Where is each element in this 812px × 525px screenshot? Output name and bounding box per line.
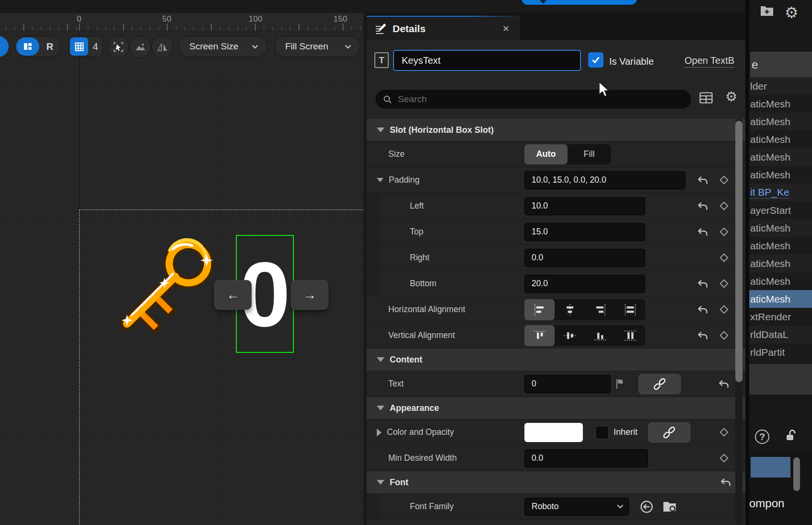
key-image-widget[interactable] — [113, 204, 237, 348]
details-tab[interactable]: Details ✕ — [367, 16, 520, 40]
reset-text-button[interactable] — [713, 371, 735, 397]
unlocked-padlock-icon[interactable] — [784, 428, 799, 443]
bind-diamond-icon[interactable] — [719, 175, 728, 184]
respect-locks-button[interactable]: R — [39, 41, 60, 52]
select-tool-button[interactable] — [107, 36, 129, 58]
valign-fill-button[interactable] — [615, 325, 645, 346]
grid-snap-button[interactable] — [70, 37, 88, 56]
valign-top-button[interactable] — [524, 325, 555, 346]
appearance-section-header[interactable]: Appearance — [367, 397, 745, 420]
bind-diamond-icon[interactable] — [719, 253, 728, 262]
designer-canvas[interactable]: 0 50 100 150 R — [0, 13, 363, 525]
halign-fill-button[interactable] — [615, 299, 645, 320]
fill-screen-dropdown[interactable]: Fill Screen — [274, 36, 360, 57]
reset-padding-button[interactable] — [693, 167, 713, 193]
color-bind-button[interactable] — [648, 422, 690, 443]
grid-snap-group: 4 — [69, 36, 103, 57]
size-auto-button[interactable]: Auto — [524, 144, 568, 164]
outliner-row[interactable]: rldPartit — [749, 343, 812, 361]
preview-background-button[interactable] — [129, 36, 151, 58]
components-scrollbar-thumb[interactable] — [793, 457, 800, 491]
halign-right-button[interactable] — [585, 299, 615, 320]
content-section-header[interactable]: Content — [367, 349, 745, 371]
bind-diamond-icon[interactable] — [719, 305, 728, 314]
outliner-row[interactable]: rldDataL — [749, 326, 812, 343]
outliner-row-partial-hover[interactable]: e — [750, 52, 812, 78]
inherit-checkbox[interactable] — [595, 426, 609, 439]
display-filter-button[interactable] — [699, 92, 713, 104]
bind-diamond-icon[interactable] — [719, 331, 728, 339]
padding-right-input[interactable]: 0.0 — [524, 249, 645, 267]
add-folder-icon[interactable] — [760, 5, 774, 17]
close-icon[interactable]: ✕ — [502, 23, 520, 34]
mouse-cursor — [598, 82, 611, 99]
text-value-input[interactable]: 0 — [524, 375, 611, 393]
font-section-header[interactable]: Font — [367, 471, 745, 494]
outliner-row[interactable]: ayerStart — [749, 201, 812, 219]
outliner-row[interactable]: aticMesh — [749, 130, 812, 148]
outliner-row[interactable]: aticMesh — [749, 237, 812, 255]
bind-diamond-icon[interactable] — [719, 227, 728, 236]
min-desired-width-input[interactable]: 0.0 — [524, 449, 648, 467]
reset-valign-button[interactable] — [693, 323, 713, 348]
grid-snap-size[interactable]: 4 — [88, 41, 103, 52]
size-fill-button[interactable]: Fill — [568, 144, 611, 164]
is-variable-checkbox[interactable] — [588, 52, 603, 68]
halign-left-button[interactable] — [524, 299, 555, 320]
widget-outline-button[interactable] — [16, 37, 39, 56]
padding-left-input[interactable]: 10.0 — [524, 197, 645, 215]
expand-arrow-icon[interactable] — [377, 429, 382, 436]
component-row-partial[interactable]: ompon — [749, 497, 784, 510]
valign-middle-button[interactable] — [555, 325, 585, 346]
outliner-row[interactable]: aticMesh — [749, 113, 812, 130]
outliner-row[interactable]: aticMesh — [749, 255, 812, 272]
decrement-button[interactable]: ← — [214, 280, 252, 310]
use-selected-asset-button[interactable] — [639, 500, 654, 514]
component-selected-row[interactable] — [751, 457, 790, 478]
browse-to-asset-button[interactable] — [662, 500, 678, 513]
outliner-edit-blueprint-link[interactable]: it BP_Ke — [749, 184, 812, 201]
settings-gear-icon[interactable]: ⚙ — [725, 90, 737, 104]
details-scrollbar-thumb[interactable] — [735, 121, 742, 382]
outliner-row[interactable]: aticMesh — [749, 166, 812, 184]
increment-button[interactable]: → — [291, 280, 328, 310]
bind-diamond-icon[interactable] — [719, 428, 728, 436]
help-icon[interactable]: ? — [755, 430, 769, 444]
expand-arrow-icon[interactable] — [377, 178, 383, 182]
primary-action-button-partial[interactable] — [522, 0, 637, 5]
outliner-settings-gear-icon[interactable]: ⚙ — [785, 5, 799, 20]
reset-top-button[interactable] — [693, 219, 713, 245]
outliner-row[interactable]: xtRender — [749, 308, 812, 326]
search-input[interactable]: Search — [375, 89, 692, 109]
outliner-row[interactable]: aticMesh — [749, 272, 812, 290]
padding-bottom-input[interactable]: 20.0 — [524, 275, 645, 293]
edge-tool-button[interactable] — [0, 36, 9, 57]
reset-halign-button[interactable] — [693, 297, 713, 322]
outliner-row-selected[interactable]: aticMesh — [749, 290, 812, 308]
halign-center-button[interactable] — [555, 299, 585, 320]
components-panel-partial: ompon — [749, 451, 812, 525]
outliner-row[interactable]: aticMesh — [749, 95, 812, 113]
slot-section-header[interactable]: Slot (Horizontal Box Slot) — [367, 119, 745, 141]
outliner-row[interactable]: lder — [749, 77, 812, 95]
widget-name-input[interactable]: KeysText — [393, 50, 581, 71]
bind-diamond-icon[interactable] — [719, 279, 728, 288]
reset-font-button[interactable] — [720, 478, 731, 487]
open-text-block-link[interactable]: Open TextB — [684, 40, 734, 85]
outliner-row[interactable]: aticMesh — [749, 148, 812, 166]
text-bind-button[interactable] — [638, 374, 681, 394]
bind-diamond-icon[interactable] — [719, 201, 728, 210]
font-family-dropdown[interactable]: Roboto — [524, 498, 629, 516]
details-scrollbar[interactable] — [735, 119, 742, 525]
localization-flag-icon[interactable] — [615, 378, 625, 390]
outliner-row[interactable]: aticMesh — [749, 219, 812, 237]
valign-bottom-button[interactable] — [585, 325, 615, 346]
reset-left-button[interactable] — [693, 193, 713, 219]
bind-diamond-icon[interactable] — [719, 454, 728, 462]
padding-top-input[interactable]: 15.0 — [524, 223, 645, 241]
reset-bottom-button[interactable] — [693, 271, 713, 296]
screen-size-dropdown[interactable]: Screen Size — [178, 36, 267, 57]
color-swatch[interactable] — [524, 423, 583, 442]
padding-input[interactable]: 10.0, 15.0, 0.0, 20.0 — [524, 171, 685, 189]
flip-localization-button[interactable] — [151, 36, 174, 58]
